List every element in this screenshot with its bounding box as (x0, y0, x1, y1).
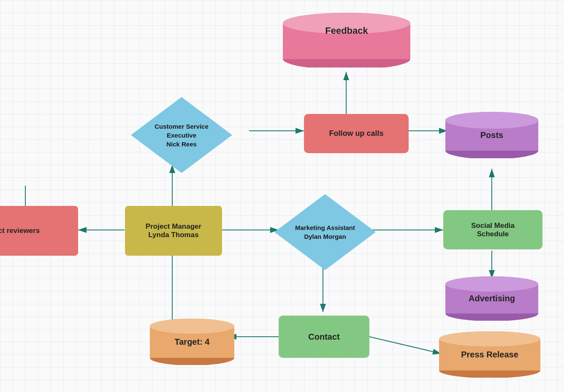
posts-label: Posts (480, 130, 503, 140)
advertising-node: Advertising (445, 276, 538, 321)
posts-node: Posts (445, 112, 538, 158)
contact-label: Contact (308, 332, 339, 342)
reviewers-node: ct reviewers (0, 206, 78, 256)
feedback-node: Feedback (283, 13, 410, 68)
customer-service-label: Customer ServiceExecutiveNick Rees (155, 122, 209, 149)
svg-line-12 (369, 337, 441, 354)
svg-point-22 (445, 112, 538, 129)
customer-service-node: Customer ServiceExecutiveNick Rees (131, 97, 232, 173)
project-manager-label: Project Manager Lynda Thomas (146, 222, 201, 239)
follow-up-label: Follow up calls (329, 129, 383, 138)
target-label: Target: 4 (175, 337, 210, 347)
diagram-canvas: Feedback Follow up calls Posts Customer … (0, 0, 564, 392)
contact-node: Contact (279, 316, 369, 358)
svg-point-39 (439, 331, 540, 346)
marketing-assistant-node: Marketing AssistantDylan Morgan (274, 194, 376, 270)
project-manager-node: Project Manager Lynda Thomas (125, 206, 222, 256)
advertising-label: Advertising (469, 294, 515, 303)
social-media-label: Social Media Schedule (471, 222, 515, 238)
svg-point-34 (150, 319, 234, 334)
follow-up-node: Follow up calls (304, 114, 409, 153)
social-media-node: Social Media Schedule (443, 210, 542, 249)
press-release-label: Press Release (461, 350, 518, 360)
reviewers-label: ct reviewers (0, 227, 40, 235)
marketing-assistant-label: Marketing AssistantDylan Morgan (295, 223, 355, 241)
svg-point-29 (445, 276, 538, 292)
target-node: Target: 4 (150, 319, 234, 365)
press-release-node: Press Release (439, 331, 540, 378)
feedback-label: Feedback (283, 25, 410, 36)
